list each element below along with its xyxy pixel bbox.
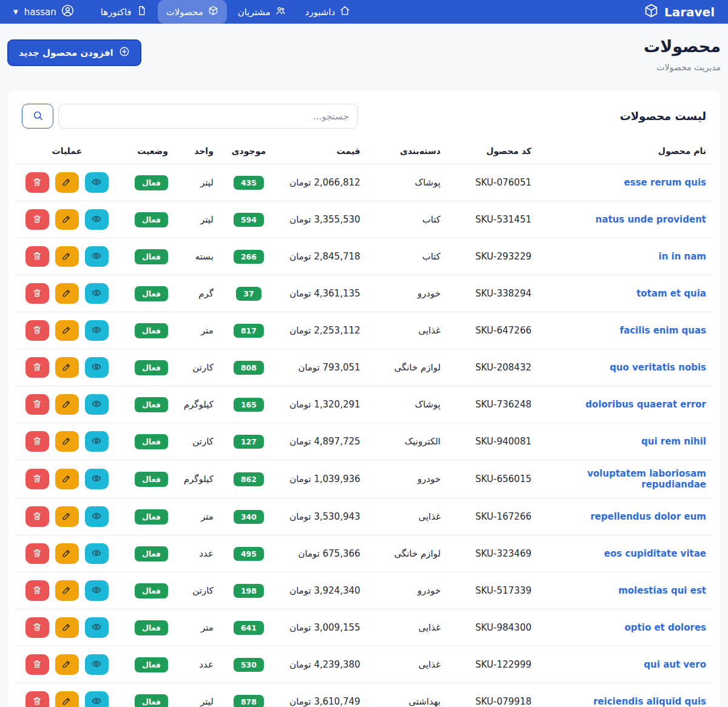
product-name-link[interactable]: optio et dolores [625, 622, 706, 633]
product-name-link[interactable]: molestias qui est [618, 585, 706, 596]
edit-button[interactable] [55, 431, 79, 452]
product-name-link[interactable]: reiciendis aliquid quis [593, 696, 706, 707]
product-name-link[interactable]: repellendus dolor eum [590, 511, 706, 522]
product-unit: کیلوگرم [175, 460, 221, 498]
view-button[interactable] [85, 506, 109, 527]
product-name-link[interactable]: doloribus quaerat error [585, 399, 706, 410]
nav-item-customers[interactable]: مشتریان [229, 0, 294, 24]
nav-item-invoices[interactable]: فاکتورها [92, 0, 155, 24]
pencil-icon [62, 696, 72, 707]
view-button[interactable] [85, 580, 109, 601]
edit-button[interactable] [55, 320, 79, 341]
view-button[interactable] [85, 617, 109, 638]
delete-button[interactable] [25, 543, 49, 564]
eye-icon [92, 325, 101, 337]
header-unit: واحد [175, 139, 221, 164]
eye-icon [92, 548, 101, 560]
trash-icon [32, 177, 42, 189]
edit-button[interactable] [55, 580, 79, 601]
nav-item-label: مشتریان [238, 7, 271, 18]
trash-icon [32, 436, 42, 447]
view-button[interactable] [85, 654, 109, 675]
trash-icon [32, 622, 42, 634]
delete-button[interactable] [25, 617, 49, 638]
product-name-link[interactable]: facilis enim quas [620, 325, 706, 336]
row-actions [22, 357, 112, 378]
product-name-link[interactable]: natus unde provident [596, 214, 706, 225]
table-row: totam et quia SKU-338294 خودرو 4,361,135… [15, 275, 713, 312]
view-button[interactable] [85, 394, 109, 415]
trash-icon [32, 362, 42, 374]
edit-button[interactable] [55, 172, 79, 193]
edit-button[interactable] [55, 357, 79, 378]
edit-button[interactable] [55, 543, 79, 564]
search-button[interactable] [22, 104, 53, 129]
edit-button[interactable] [55, 283, 79, 304]
eye-icon [92, 622, 101, 634]
product-name-link[interactable]: qui rem nihil [641, 436, 706, 447]
nav-item-dashboard[interactable]: داشبورد [297, 0, 359, 24]
brand[interactable]: Laravel [644, 3, 715, 21]
view-button[interactable] [85, 283, 109, 304]
product-name-link[interactable]: voluptatem laboriosam repudiandae [587, 468, 706, 490]
eye-icon [92, 696, 101, 707]
products-table-wrap: نام محصول کد محصول دسته‌بندی قیمت موجودی… [7, 139, 721, 707]
edit-button[interactable] [55, 246, 79, 267]
delete-button[interactable] [25, 172, 49, 193]
status-badge: فعال [135, 175, 168, 190]
edit-button[interactable] [55, 617, 79, 638]
row-actions [22, 394, 112, 415]
edit-button[interactable] [55, 506, 79, 527]
products-table: نام محصول کد محصول دسته‌بندی قیمت موجودی… [15, 139, 713, 707]
delete-button[interactable] [25, 580, 49, 601]
view-button[interactable] [85, 246, 109, 267]
view-button[interactable] [85, 543, 109, 564]
view-button[interactable] [85, 172, 109, 193]
user-menu[interactable]: hassan ▼ [13, 4, 74, 19]
edit-button[interactable] [55, 394, 79, 415]
add-product-button[interactable]: افزودن محصول جدید [7, 39, 141, 66]
eye-icon [92, 585, 101, 597]
status-badge: فعال [135, 509, 168, 524]
delete-button[interactable] [25, 209, 49, 230]
status-badge: فعال [135, 323, 168, 338]
view-button[interactable] [85, 357, 109, 378]
row-actions [22, 506, 112, 527]
delete-button[interactable] [25, 320, 49, 341]
delete-button[interactable] [25, 394, 49, 415]
edit-button[interactable] [55, 469, 79, 489]
delete-button[interactable] [25, 431, 49, 452]
view-button[interactable] [85, 320, 109, 341]
delete-button[interactable] [25, 283, 49, 304]
stock-badge: 495 [234, 547, 264, 561]
view-button[interactable] [85, 431, 109, 452]
product-name-link[interactable]: esse rerum quis [624, 177, 706, 188]
edit-button[interactable] [55, 209, 79, 230]
delete-button[interactable] [25, 654, 49, 675]
product-name-link[interactable]: qui aut vero [644, 659, 706, 670]
search-input[interactable] [58, 104, 358, 129]
view-button[interactable] [85, 691, 109, 707]
edit-button[interactable] [55, 654, 79, 675]
product-name-link[interactable]: totam et quia [636, 288, 706, 299]
delete-button[interactable] [25, 506, 49, 527]
stock-badge: 198 [234, 584, 264, 598]
delete-button[interactable] [25, 357, 49, 378]
product-price: 4,239,380 تومان [277, 646, 368, 683]
nav-item-products[interactable]: محصولات [158, 0, 227, 24]
product-sku: SKU-293229 [448, 238, 539, 275]
product-unit: کارتن [175, 423, 221, 460]
delete-button[interactable] [25, 691, 49, 707]
product-name-link[interactable]: eos cupiditate vitae [604, 548, 706, 559]
eye-icon [92, 214, 101, 226]
edit-button[interactable] [55, 691, 79, 707]
product-category: لوازم خانگی [368, 349, 448, 386]
product-name-link[interactable]: quo veritatis nobis [610, 362, 706, 373]
stock-badge: 340 [234, 510, 264, 524]
delete-button[interactable] [25, 469, 49, 489]
view-button[interactable] [85, 469, 109, 489]
product-unit: متر [175, 498, 221, 535]
view-button[interactable] [85, 209, 109, 230]
product-name-link[interactable]: in in nam [658, 251, 706, 262]
delete-button[interactable] [25, 246, 49, 267]
